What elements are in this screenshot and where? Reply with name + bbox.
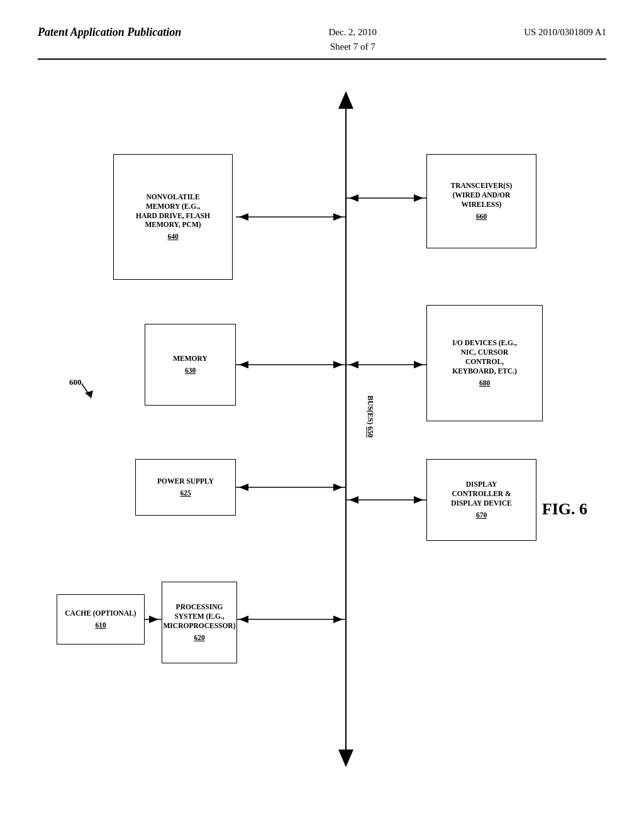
diagram-area: BUS(ES) 650 NONVOLATILE MEMORY (E.G., HA…	[38, 72, 606, 795]
bus-label: BUS(ES) 650	[365, 379, 375, 455]
display-line1: DISPLAY	[466, 480, 497, 489]
memory-box: MEMORY 630	[145, 324, 236, 406]
publication-date: Dec. 2, 2010	[328, 27, 377, 37]
processing-line3: MICROPROCESSOR)	[164, 621, 236, 631]
svg-marker-17	[149, 616, 158, 623]
cache-ref: 610	[95, 621, 106, 630]
io-line2: NIC, CURSOR	[461, 348, 508, 357]
svg-marker-1	[338, 91, 353, 109]
nonvolatile-line1: NONVOLATILE	[146, 192, 199, 202]
svg-marker-28	[85, 390, 93, 398]
display-line2: CONTROLLER &	[452, 489, 511, 499]
cache-box: CACHE (OPTIONAL) 610	[57, 594, 145, 645]
cache-line1: CACHE (OPTIONAL)	[65, 609, 136, 618]
nonvolatile-ref: 640	[167, 232, 178, 241]
header: Patent Application Publication Dec. 2, 2…	[38, 25, 606, 60]
io-ref: 680	[479, 379, 490, 388]
memory-ref: 630	[185, 366, 196, 375]
header-center: Dec. 2, 2010 Sheet 7 of 7	[328, 25, 377, 53]
display-ref: 670	[476, 511, 487, 520]
ref-600-arrow	[57, 380, 94, 406]
io-line1: I/O DEVICES (E.G.,	[452, 338, 517, 348]
svg-marker-13	[239, 616, 248, 623]
publication-number: US 2010/0301809 A1	[524, 25, 606, 40]
nonvolatile-line4: MEMORY, PCM)	[145, 220, 201, 230]
processing-line1: PROCESSING	[176, 602, 223, 612]
transceiver-line1: TRANSCEIVER(S)	[451, 181, 513, 191]
fig-label: FIG. 6	[542, 500, 587, 519]
svg-marker-10	[239, 484, 248, 491]
transceiver-line3: WIRELESS)	[462, 200, 502, 209]
svg-marker-14	[333, 616, 343, 623]
processing-line2: SYSTEM (E.G.,	[174, 612, 224, 621]
processing-ref: 620	[194, 633, 204, 643]
nonvolatile-line2: MEMORY (E.G.,	[146, 202, 200, 211]
sheet-info: Sheet 7 of 7	[330, 42, 375, 52]
display-line3: DISPLAY DEVICE	[451, 499, 512, 508]
svg-marker-26	[414, 496, 423, 504]
svg-marker-11	[333, 484, 343, 491]
display-box: DISPLAY CONTROLLER & DISPLAY DEVICE 670	[426, 459, 536, 541]
power-supply-box: POWER SUPPLY 625	[135, 459, 236, 516]
svg-marker-19	[349, 194, 358, 202]
transceiver-box: TRANSCEIVER(S) (WIRED AND/OR WIRELESS) 6…	[426, 154, 536, 248]
svg-marker-22	[349, 361, 358, 368]
processing-box: PROCESSING SYSTEM (E.G., MICROPROCESSOR)…	[162, 582, 237, 663]
io-line3: CONTROL,	[465, 357, 504, 367]
svg-marker-25	[349, 496, 358, 504]
svg-marker-7	[239, 361, 248, 368]
publication-title: Patent Application Publication	[38, 25, 181, 40]
svg-marker-23	[414, 361, 423, 368]
power-ref: 625	[180, 489, 191, 498]
power-line1: POWER SUPPLY	[157, 477, 214, 486]
svg-marker-2	[338, 750, 353, 767]
io-devices-box: I/O DEVICES (E.G., NIC, CURSOR CONTROL, …	[426, 305, 543, 421]
svg-marker-5	[333, 213, 343, 221]
nonvolatile-line3: HARD DRIVE, FLASH	[136, 211, 210, 221]
page: Patent Application Publication Dec. 2, 2…	[0, 0, 644, 830]
memory-line1: MEMORY	[173, 354, 208, 363]
io-line4: KEYBOARD, ETC.)	[452, 367, 517, 376]
nonvolatile-memory-box: NONVOLATILE MEMORY (E.G., HARD DRIVE, FL…	[113, 154, 233, 280]
transceiver-line2: (WIRED AND/OR	[453, 191, 511, 200]
transceiver-ref: 660	[476, 212, 487, 221]
svg-marker-8	[333, 361, 343, 368]
svg-marker-20	[414, 194, 423, 202]
svg-marker-4	[239, 213, 248, 221]
